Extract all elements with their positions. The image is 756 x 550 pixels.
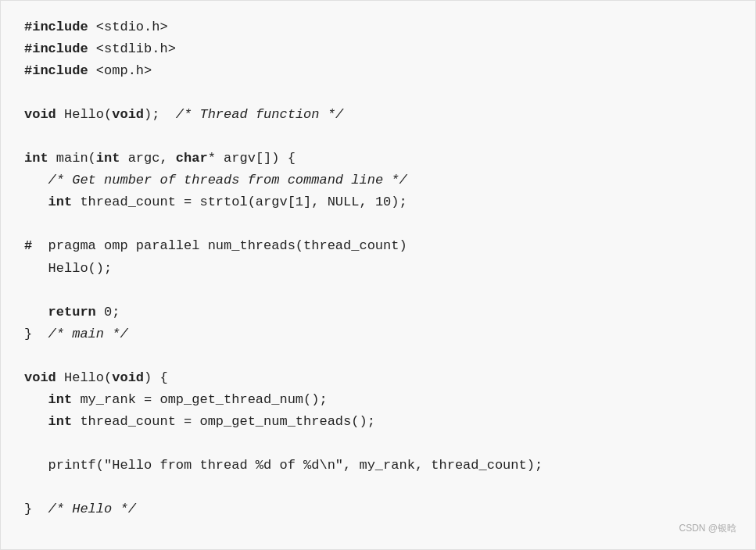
line-hello-sig: void Hello(void) { [24,370,168,385]
code-block: #include <stdio.h> #include <stdlib.h> #… [24,16,732,520]
line-hello-call: Hello(); [24,261,112,276]
code-container: #include <stdio.h> #include <stdlib.h> #… [0,0,756,550]
line-include3: #include <omp.h> [24,63,152,78]
line-hello-decl: void Hello(void); /* Thread function */ [24,107,343,122]
line-pragma: # pragma omp parallel num_threads(thread… [24,238,407,253]
line-my-rank: int my_rank = omp_get_thread_num(); [24,392,328,407]
line-printf: printf("Hello from thread %d of %d\n", m… [24,458,543,473]
line-main-end: } /* main */ [24,327,128,341]
line-include1: #include <stdio.h> [24,20,168,34]
line-comment-get: /* Get number of threads from command li… [24,173,407,188]
line-main-sig: int main(int argc, char* argv[]) { [24,151,296,166]
line-return: return 0; [24,305,120,320]
line-thread-count2: int thread_count = omp_get_num_threads()… [24,414,375,429]
line-hello-end: } /* Hello */ [24,502,136,516]
watermark: CSDN @银晗 [679,522,736,535]
line-thread-count: int thread_count = strtol(argv[1], NULL,… [24,195,407,209]
line-include2: #include <stdlib.h> [24,41,176,56]
